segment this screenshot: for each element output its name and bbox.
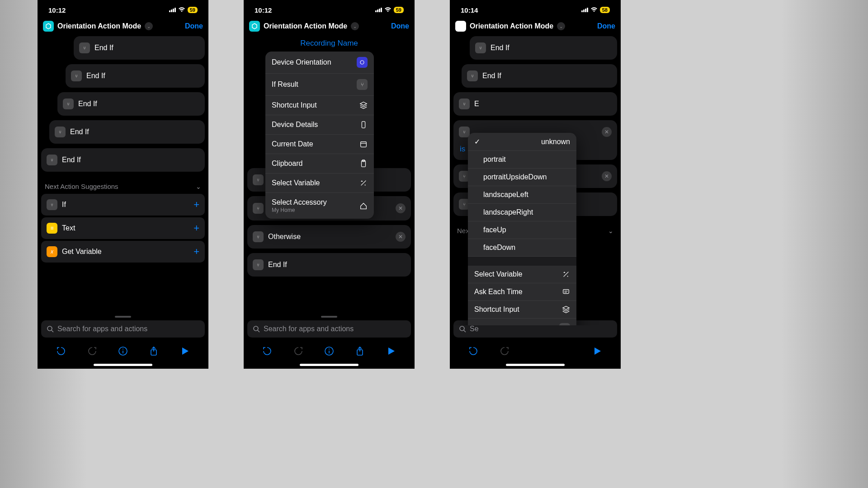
home-indicator[interactable]: [300, 364, 359, 366]
orientation-option[interactable]: ✓unknown: [468, 133, 576, 151]
orientation-options-popup: ✓unknownportraitportraitUpsideDownlandsc…: [468, 133, 576, 325]
chevron-down-icon[interactable]: ⌄: [557, 22, 565, 30]
orientation-option[interactable]: portrait: [468, 151, 576, 169]
chevron-down-icon[interactable]: ⌄: [145, 22, 153, 30]
popup-item[interactable]: Current Date: [265, 135, 374, 154]
device-orientation-icon: [357, 57, 368, 68]
add-suggestion-button[interactable]: +: [193, 222, 199, 234]
option-label: faceUp: [483, 226, 506, 234]
orientation-option[interactable]: faceUp: [468, 221, 576, 239]
popup-item[interactable]: Select Variable: [468, 266, 576, 283]
search-area: Search for apps and actions: [38, 310, 208, 369]
undo-button[interactable]: [467, 345, 480, 357]
status-indicators: 59: [375, 7, 404, 13]
popup-label: Select Variable: [474, 270, 522, 278]
action-block[interactable]: ⑂ E: [453, 92, 617, 116]
suggestion-row[interactable]: ⑂If+: [41, 194, 205, 216]
popup-item[interactable]: Shortcut Input: [265, 96, 374, 115]
suggestions-header[interactable]: Next Action Suggestions ⌄: [41, 176, 205, 194]
shortcut-title[interactable]: Orientation Action Mode: [264, 22, 347, 30]
orientation-option[interactable]: portraitUpsideDown: [468, 169, 576, 186]
play-button[interactable]: [591, 345, 604, 357]
popup-item[interactable]: Shortcut Input: [468, 301, 576, 319]
orientation-option[interactable]: landscapeLeft: [468, 186, 576, 204]
svg-rect-9: [361, 142, 367, 147]
remove-action-button[interactable]: ✕: [396, 203, 406, 213]
is-condition[interactable]: is: [460, 145, 465, 154]
block-label: End If: [62, 156, 81, 164]
chevron-down-icon[interactable]: ⌄: [351, 22, 359, 30]
popup-item[interactable]: Select AccessoryMy Home: [265, 193, 374, 219]
home-indicator[interactable]: [94, 364, 152, 366]
share-button[interactable]: [354, 345, 366, 357]
content-area: ⑂End If⑂End If⑂End If⑂End If⑂End If Next…: [38, 36, 208, 325]
shortcut-title[interactable]: Orientation Action Mode: [57, 22, 141, 30]
block-label: End If: [94, 44, 113, 52]
search-placeholder: Se: [470, 325, 479, 333]
app-icon[interactable]: [43, 21, 54, 32]
suggestion-row[interactable]: xGet Variable+: [41, 241, 205, 263]
popup-item[interactable]: Ask Each Time: [468, 283, 576, 301]
add-suggestion-button[interactable]: +: [193, 199, 199, 211]
shortcut-title[interactable]: Orientation Action Mode: [470, 22, 553, 30]
svg-line-25: [464, 330, 466, 332]
drawer-grabber[interactable]: [115, 316, 131, 318]
remove-action-button[interactable]: ✕: [602, 127, 612, 137]
undo-button[interactable]: [55, 345, 67, 357]
orientation-option[interactable]: landscapeRight: [468, 204, 576, 221]
search-icon: [253, 325, 260, 333]
orientation-option[interactable]: faceDown: [468, 239, 576, 257]
home-icon: [359, 202, 368, 210]
status-indicators: 58: [581, 7, 610, 13]
otherwise-block[interactable]: ⑂ Otherwise ✕: [247, 225, 411, 249]
option-label: unknown: [541, 138, 570, 146]
remove-action-button[interactable]: ✕: [602, 171, 612, 181]
undo-button[interactable]: [261, 345, 274, 357]
phone-screen-1: 10:12 59 Orientation Action Mode ⌄ Done …: [38, 0, 208, 369]
popup-item[interactable]: Device Orientation: [265, 52, 374, 74]
svg-rect-8: [362, 122, 365, 128]
done-button[interactable]: Done: [597, 22, 615, 30]
recording-name-field[interactable]: Recording Name: [247, 36, 411, 51]
home-indicator[interactable]: [506, 364, 565, 366]
app-icon[interactable]: [249, 21, 260, 32]
endif-block[interactable]: ⑂End If: [462, 64, 617, 88]
popup-item[interactable]: Select Variable: [265, 174, 374, 193]
scripting-icon: ⑂: [47, 155, 57, 165]
search-input[interactable]: Search for apps and actions: [41, 320, 205, 338]
endif-block[interactable]: ⑂End If: [49, 120, 205, 144]
endif-block[interactable]: ⑂ End If: [247, 253, 411, 277]
chevron-down-icon: ⌄: [608, 227, 613, 235]
popup-item[interactable]: If Result⑂: [265, 74, 374, 96]
remove-action-button[interactable]: ✕: [396, 232, 406, 242]
popup-item[interactable]: Clipboard: [265, 154, 374, 174]
suggestion-row[interactable]: ≡Text+: [41, 217, 205, 239]
app-icon[interactable]: [455, 21, 466, 32]
play-button[interactable]: [179, 345, 191, 357]
done-button[interactable]: Done: [185, 22, 203, 30]
option-label: faceDown: [483, 244, 515, 252]
popup-item[interactable]: Device Details: [265, 115, 374, 135]
play-button[interactable]: [385, 345, 397, 357]
add-suggestion-button[interactable]: +: [193, 246, 199, 258]
scripting-icon: ⑂: [55, 127, 66, 137]
variable-picker-popup: Device OrientationIf Result⑂Shortcut Inp…: [265, 52, 374, 219]
endif-block[interactable]: ⑂End If: [57, 92, 205, 116]
svg-line-1: [52, 330, 53, 332]
search-input[interactable]: Search for apps and actions: [247, 320, 411, 338]
endif-block[interactable]: ⑂End If: [470, 36, 617, 60]
svg-point-0: [47, 326, 52, 331]
info-button[interactable]: [117, 345, 129, 357]
share-button[interactable]: [147, 345, 160, 357]
endif-block[interactable]: ⑂End If: [74, 36, 205, 60]
scripting-icon: ⑂: [253, 231, 264, 242]
drawer-grabber[interactable]: [321, 316, 337, 318]
suggestions-title: Next Action Suggestions: [45, 183, 118, 190]
info-button[interactable]: [323, 345, 335, 357]
endif-block[interactable]: ⑂End If: [41, 148, 205, 172]
popup-item[interactable]: If Result⑂: [468, 319, 576, 325]
search-placeholder: Search for apps and actions: [264, 325, 354, 333]
wifi-icon: [384, 7, 392, 13]
endif-block[interactable]: ⑂End If: [66, 64, 205, 88]
done-button[interactable]: Done: [391, 22, 409, 30]
